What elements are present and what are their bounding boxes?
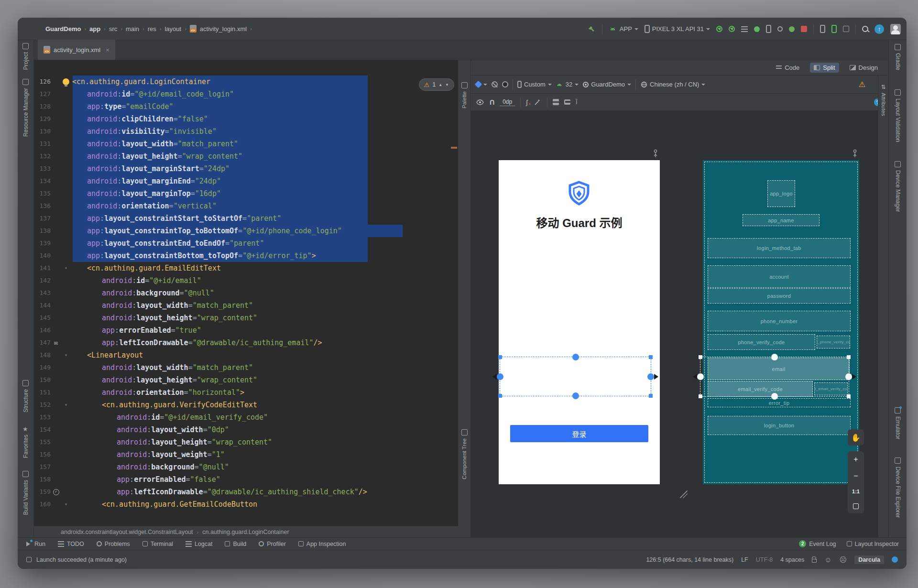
code-line[interactable]: 157android:background="@null" bbox=[34, 461, 458, 473]
clear-constraints-icon[interactable]: ∫ bbox=[526, 98, 528, 106]
pack-icon[interactable] bbox=[553, 99, 559, 105]
sidebar-item-device-manager[interactable]: Device Manager bbox=[889, 161, 907, 212]
view-options-icon[interactable] bbox=[476, 98, 484, 107]
line-separator[interactable]: LF bbox=[741, 556, 748, 563]
code-line[interactable]: 153android:id="@+id/email_verify_code" bbox=[34, 411, 458, 424]
code-line[interactable]: 132android:layout_height="wrap_content" bbox=[34, 150, 458, 163]
sidebar-item-structure[interactable]: Structure bbox=[18, 380, 33, 413]
blueprint-box-phone_number[interactable]: phone_number bbox=[708, 311, 851, 331]
breadcrumb-item[interactable]: activity_login.xml bbox=[200, 25, 247, 33]
canvas-resize-handle[interactable] bbox=[680, 490, 688, 498]
align-icon[interactable] bbox=[564, 99, 570, 105]
code-line[interactable]: 155android:layout_height="wrap_content" bbox=[34, 436, 458, 448]
code-line[interactable]: 144android:layout_width="match_parent" bbox=[34, 299, 458, 312]
prev-issue-icon[interactable]: ▲ bbox=[438, 83, 442, 87]
default-margin-select[interactable]: 0dp bbox=[500, 98, 515, 106]
device-manager-icon[interactable] bbox=[820, 25, 825, 33]
tool-window-todo[interactable]: TODO bbox=[58, 541, 84, 547]
next-issue-icon[interactable]: ▼ bbox=[445, 83, 449, 87]
sidebar-item-resource-manager[interactable]: Resource Manager bbox=[18, 79, 33, 137]
breadcrumb-item[interactable]: res bbox=[148, 25, 156, 33]
theme-select[interactable]: GuardDemo bbox=[583, 81, 631, 88]
component-tree-toggle[interactable]: Component Tree bbox=[458, 429, 470, 479]
breadcrumb-item[interactable]: src bbox=[109, 25, 117, 33]
indent-setting[interactable]: 4 spaces bbox=[780, 556, 804, 563]
sidebar-item-favorites[interactable]: ★ Favorites bbox=[18, 425, 33, 458]
code-line[interactable]: 152▾<cn.authing.guard.VerifyCodeEditText bbox=[34, 399, 458, 411]
code-line[interactable]: 127android:id="@+id/email_code_login" bbox=[34, 88, 458, 100]
api-level-select[interactable]: 32 bbox=[556, 80, 579, 89]
blueprint-box-login_button[interactable]: login_button bbox=[708, 416, 851, 435]
constraint-handle-right[interactable] bbox=[845, 373, 852, 380]
code-line[interactable]: 134android:layout_marginEnd="24dp" bbox=[34, 175, 458, 187]
profile-app-icon[interactable] bbox=[789, 26, 795, 32]
device-select[interactable]: PIXEL 3 XL API 31 bbox=[645, 25, 710, 33]
render-warning-icon[interactable]: ⚠ bbox=[859, 80, 865, 89]
tool-window-logcat[interactable]: Logcat bbox=[186, 541, 213, 547]
code-line[interactable]: 150android:layout_height="wrap_content" bbox=[34, 374, 458, 386]
constraint-handle-bottom[interactable] bbox=[771, 393, 778, 400]
readonly-lock-icon[interactable] bbox=[812, 559, 817, 563]
constraint-handle-bottom[interactable] bbox=[572, 392, 579, 399]
search-icon[interactable] bbox=[862, 26, 868, 32]
constraint-handle-right[interactable] bbox=[647, 373, 654, 380]
pan-hand-button[interactable]: ✋ bbox=[848, 429, 864, 446]
run-list-icon[interactable] bbox=[741, 26, 748, 32]
design-surface-select[interactable] bbox=[476, 82, 487, 87]
code-line[interactable]: 149android:layout_width="match_parent" bbox=[34, 361, 458, 374]
profiler-button[interactable] bbox=[777, 26, 783, 32]
mode-split[interactable]: Split bbox=[810, 63, 839, 73]
device-preview[interactable]: 移动 Guard 示例 登录 bbox=[499, 160, 660, 484]
constraint-handle-left[interactable] bbox=[497, 373, 503, 380]
code-line[interactable]: 140app:layout_constraintBottom_toTopOf="… bbox=[34, 250, 458, 262]
blueprint-box-account[interactable]: account bbox=[708, 265, 851, 288]
code-line[interactable]: 159✓app:leftIconDrawable="@drawable/ic_a… bbox=[34, 486, 458, 498]
code-line[interactable]: 145android:layout_height="wrap_content" bbox=[34, 312, 458, 324]
tool-window-terminal[interactable]: Terminal bbox=[142, 541, 173, 547]
code-line[interactable]: 131android:layout_width="match_parent" bbox=[34, 138, 458, 150]
code-line[interactable]: 139app:layout_constraintEnd_toEndOf="par… bbox=[34, 237, 458, 250]
no-design-icon[interactable] bbox=[492, 81, 498, 87]
blueprint-view[interactable]: login_buttonerror_tipget_email_verify_co… bbox=[703, 160, 859, 484]
constraint-handle-left[interactable] bbox=[697, 373, 704, 380]
code-line[interactable]: 160▾<cn.authing.guard.GetEmailCodeButton bbox=[34, 498, 458, 511]
device-config-select[interactable]: Custom bbox=[517, 81, 552, 88]
code-line[interactable]: 141▾<cn.authing.guard.EmailEditText bbox=[34, 262, 458, 274]
code-line[interactable]: 126<cn.authing.guard.LoginContainer bbox=[34, 76, 458, 88]
avatar[interactable] bbox=[890, 24, 901, 34]
run-button[interactable] bbox=[716, 26, 722, 32]
mode-design[interactable]: Design bbox=[846, 63, 882, 73]
tool-window-run[interactable]: Run bbox=[25, 541, 45, 547]
apply-changes-button[interactable] bbox=[729, 26, 735, 32]
autoconnect-magnet-icon[interactable]: U bbox=[490, 99, 494, 106]
zoom-fit-button[interactable] bbox=[853, 503, 859, 509]
blueprint-box-get_phone_verify_code[interactable]: get_phone_verify_code bbox=[817, 336, 850, 348]
sidebar-item-layout-validation[interactable]: Layout Validation bbox=[889, 89, 907, 142]
code-line[interactable]: 137app:layout_constraintStart_toStartOf=… bbox=[34, 212, 458, 225]
blueprint-box-app_logo[interactable]: app_logo bbox=[767, 180, 795, 207]
sidebar-item-emulator[interactable]: Emulator bbox=[889, 407, 907, 439]
code-line[interactable]: 143android:background="@null" bbox=[34, 287, 458, 299]
guidelines-icon[interactable]: Ī bbox=[576, 99, 578, 105]
sidebar-item-device-file-explorer[interactable]: Device File Explorer bbox=[889, 457, 907, 518]
run-configuration-select[interactable]: APP bbox=[609, 25, 638, 33]
code-line[interactable]: 151android:orientation="horizontal"> bbox=[34, 386, 458, 399]
breadcrumb-logincontainer[interactable]: cn.authing.guard.LoginContainer bbox=[202, 529, 289, 535]
zoom-100-button[interactable]: 1:1 bbox=[852, 489, 860, 494]
blueprint-box-phone_verify_code[interactable]: phone_verify_code bbox=[708, 334, 815, 350]
code-line[interactable]: 133android:layout_marginStart="24dp" bbox=[34, 163, 458, 175]
code-line[interactable]: 142android:id="@+id/email" bbox=[34, 274, 458, 287]
breadcrumb-item[interactable]: main bbox=[126, 25, 139, 33]
event-log-button[interactable]: 2 Event Log bbox=[799, 540, 836, 547]
breadcrumb-item[interactable]: layout bbox=[164, 25, 181, 33]
constraint-handle-top[interactable] bbox=[572, 354, 579, 360]
code-line[interactable]: 129android:clipChildren="false" bbox=[34, 113, 458, 125]
stop-button[interactable] bbox=[801, 26, 807, 32]
code-line[interactable]: 147✉app:leftIconDrawable="@drawable/ic_a… bbox=[34, 337, 458, 349]
blueprint-box-error_tip[interactable]: error_tip bbox=[708, 398, 851, 407]
build-hammer-icon[interactable] bbox=[587, 25, 596, 33]
notification-dot[interactable] bbox=[892, 556, 898, 563]
breadcrumb-constraintlayout[interactable]: androidx.constraintlayout.widget.Constra… bbox=[61, 529, 193, 535]
caret-position[interactable]: 126:5 (664 chars, 14 line breaks) bbox=[646, 556, 733, 563]
layout-inspector-button[interactable]: Layout Inspector bbox=[847, 541, 899, 547]
